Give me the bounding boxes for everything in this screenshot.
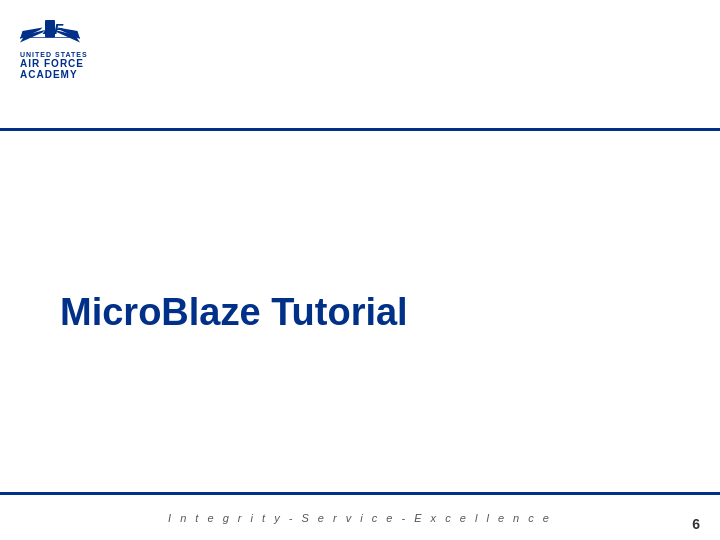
svg-text:F: F: [54, 20, 64, 37]
logo-text-block: UNITED STATES AIR FORCE ACADEMY: [20, 51, 88, 80]
institution-line3: ACADEMY: [20, 69, 88, 80]
slide-number: 6: [692, 516, 700, 532]
slide-container: A A F UNITED STATES AIR FORCE ACADEMY Mi…: [0, 0, 720, 540]
header: A A F UNITED STATES AIR FORCE ACADEMY: [0, 0, 720, 128]
institution-line1: UNITED STATES: [20, 51, 88, 58]
footer-tagline: I n t e g r i t y - S e r v i c e - E x …: [168, 512, 552, 524]
svg-text:A: A: [42, 20, 54, 37]
slide-title: MicroBlaze Tutorial: [60, 290, 408, 336]
logo-area: A A F UNITED STATES AIR FORCE ACADEMY: [20, 10, 88, 80]
institution-line2: AIR FORCE: [20, 58, 88, 69]
main-content: MicroBlaze Tutorial: [0, 131, 720, 495]
af-logo-icon: A A F: [20, 15, 80, 45]
footer: I n t e g r i t y - S e r v i c e - E x …: [0, 495, 720, 540]
